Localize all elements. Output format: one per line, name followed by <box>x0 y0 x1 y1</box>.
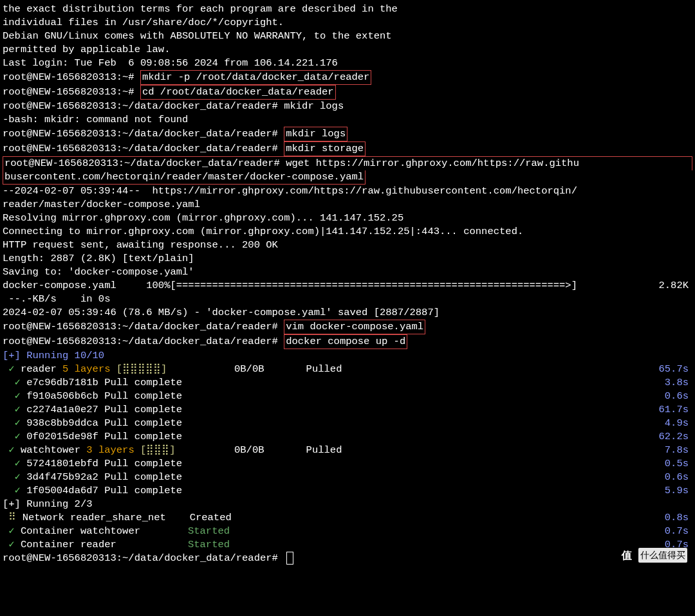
cmd-wget: root@NEW-1656820313:~/data/docker_data/r… <box>3 156 692 170</box>
wget-output: Resolving mirror.ghproxy.com (mirror.ghp… <box>3 212 692 225</box>
container-row: ✓ Container watchtowerStarted0.7s <box>3 525 692 538</box>
cmd-mkdir-logs: mkdir logs <box>284 127 348 141</box>
prompt-line: root@NEW-1656820313:~/data/docker_data/r… <box>3 141 692 156</box>
wget-output: Length: 2887 (2.8K) [text/plain] <box>3 252 692 266</box>
smzdm-watermark: 值 什么值得买 <box>618 546 687 564</box>
pull-row: ✓ 3d4f475b92a2 Pull complete0.6s <box>3 471 692 484</box>
login-banner: Debian GNU/Linux comes with ABSOLUTELY N… <box>3 30 692 43</box>
running-header: [+] Running 10/10 <box>3 349 692 363</box>
prompt-line: root@NEW-1656820313:~# cd /root/data/doc… <box>3 85 692 100</box>
pull-row: ✓ c2274a1a0e27 Pull complete61.7s <box>3 403 692 417</box>
wget-output: Connecting to mirror.ghproxy.com (mirror… <box>3 225 692 239</box>
pull-row: ✓ 938c8bb9ddca Pull complete4.9s <box>3 417 692 430</box>
pull-row: ✓ e7c96db7181b Pull complete3.8s <box>3 376 692 390</box>
prompt-line: root@NEW-1656820313:~/data/docker_data/r… <box>3 156 692 170</box>
cursor[interactable] <box>286 552 293 565</box>
wget-output: --.-KB/s in 0s <box>3 293 692 306</box>
login-banner: individual files in /usr/share/doc/*/cop… <box>3 16 692 30</box>
pull-row: ✓ watchtower 3 layers [⣿⣿⣿]0B/0B Pulled7… <box>3 444 692 457</box>
prompt-line: root@NEW-1656820313:~/data/docker_data/r… <box>3 100 692 113</box>
wget-output: --2024-02-07 05:39:44-- https://mirror.g… <box>3 185 692 198</box>
pull-row: ✓ 0f02015de98f Pull complete62.2s <box>3 430 692 444</box>
wget-output: reader/master/docker-compose.yaml <box>3 198 692 212</box>
prompt-line: busercontent.com/hectorqin/reader/master… <box>3 170 692 185</box>
prompt-line: root@NEW-1656820313:~/data/docker_data/r… <box>3 320 692 334</box>
terminal-output[interactable]: the exact distribution terms for each pr… <box>3 3 692 565</box>
pull-row: ✓ 57241801ebfd Pull complete0.5s <box>3 457 692 471</box>
prompt-line: root@NEW-1656820313:~/data/docker_data/r… <box>3 334 692 349</box>
prompt-line: root@NEW-1656820313:~/data/docker_data/r… <box>3 127 692 141</box>
cmd-mkdir-storage: mkdir storage <box>284 141 366 156</box>
container-row: ⠿ Network reader_share_netCreated0.8s <box>3 511 692 525</box>
login-banner: the exact distribution terms for each pr… <box>3 3 692 16</box>
error-line: -bash: mkidr: command not found <box>3 113 692 127</box>
cmd-mkdir-p: mkdir -p /root/data/docker_data/reader <box>140 70 371 85</box>
container-row: ✓ Container readerStarted0.7s <box>3 538 692 552</box>
prompt-line: root@NEW-1656820313:~# mkdir -p /root/da… <box>3 70 692 85</box>
login-banner: permitted by applicable law. <box>3 43 692 57</box>
login-banner: Last login: Tue Feb 6 09:08:56 2024 from… <box>3 57 692 70</box>
pull-row: ✓ 1f05004da6d7 Pull complete5.9s <box>3 484 692 498</box>
pull-row: ✓ reader 5 layers [⣿⣿⣿⣿⣿]0B/0B Pulled65.… <box>3 363 692 376</box>
running-header: [+] Running 2/3 <box>3 498 692 511</box>
wget-output: HTTP request sent, awaiting response... … <box>3 239 692 252</box>
cmd-wget-cont: busercontent.com/hectorqin/reader/master… <box>3 170 366 185</box>
wget-output: Saving to: 'docker-compose.yaml' <box>3 266 692 279</box>
prompt-line: root@NEW-1656820313:~/data/docker_data/r… <box>3 552 692 565</box>
cmd-cd: cd /root/data/docker_data/reader <box>140 85 336 100</box>
progress-bar: docker-compose.yaml 100%[===============… <box>3 279 692 293</box>
wget-output: 2024-02-07 05:39:46 (78.6 MB/s) - 'docke… <box>3 306 692 320</box>
pull-row: ✓ f910a506b6cb Pull complete0.6s <box>3 390 692 403</box>
cmd-vim: vim docker-compose.yaml <box>284 320 425 334</box>
cmd-docker-compose-up: docker compose up -d <box>284 334 407 349</box>
smzdm-icon: 值 <box>618 546 636 564</box>
smzdm-text: 什么值得买 <box>638 548 687 563</box>
